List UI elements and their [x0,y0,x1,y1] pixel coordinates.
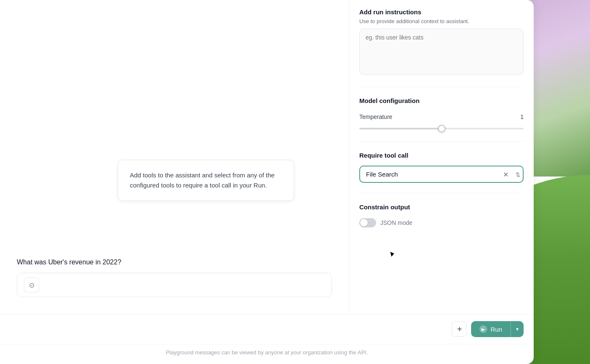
run-play-icon: ▶ [479,325,487,333]
chat-area: Add tools to the assistant and select fr… [0,0,349,314]
add-run-instructions-section: Add run instructions Use to provide addi… [359,8,524,76]
chat-question: What was Uber's revenue in 2022? [17,258,332,266]
run-button-group: ▶ Run ▾ [471,321,524,337]
footer-note: Playground messages can be viewed by any… [0,344,534,364]
main-panel: Add tools to the assistant and select fr… [0,0,534,364]
content-area: Add tools to the assistant and select fr… [0,0,534,314]
tool-hint-card: Add tools to the assistant and select fr… [118,160,294,201]
add-button[interactable]: + [452,322,467,337]
run-button[interactable]: ▶ Run [471,321,511,337]
model-config-title: Model configuration [359,97,524,104]
tool-select-clear-button[interactable]: ✕ [501,169,510,180]
constrain-output-section: Constrain output JSON mode [359,203,524,227]
right-sidebar: Add run instructions Use to provide addi… [349,0,534,314]
divider-2 [359,141,524,142]
toggle-knob [360,219,368,227]
constrain-output-label: Constrain output [359,203,524,211]
divider-3 [359,193,524,193]
add-run-instructions-title: Add run instructions [359,8,524,16]
require-tool-call-section: Require tool call File Search None Code … [359,152,524,183]
run-dropdown-button[interactable]: ▾ [511,321,524,337]
json-mode-row: JSON mode [359,218,524,227]
tool-select-wrapper: File Search None Code Interpreter Functi… [359,166,524,183]
run-dropdown-icon: ▾ [516,326,519,332]
temperature-slider[interactable] [359,128,524,129]
tool-select[interactable]: File Search None Code Interpreter Functi… [359,166,524,183]
attach-icon: ⊙ [29,281,34,289]
json-mode-toggle[interactable] [359,218,376,227]
add-icon: + [457,324,462,334]
chat-bottom: What was Uber's revenue in 2022? ⊙ [17,258,332,306]
require-tool-call-label: Require tool call [359,152,524,159]
run-button-label: Run [490,326,502,333]
run-instructions-textarea[interactable] [359,29,524,75]
temperature-label: Temperature [359,113,392,120]
model-config-section: Model configuration Temperature 1 [359,97,524,131]
temperature-value: 1 [520,113,524,120]
attach-button[interactable]: ⊙ [24,277,39,293]
json-mode-label: JSON mode [380,219,412,226]
tool-hint-text: Add tools to the assistant and select fr… [130,170,282,190]
bottom-action-bar: + ▶ Run ▾ [0,314,534,344]
add-run-instructions-subtitle: Use to provide additional context to ass… [359,18,524,24]
temperature-row: Temperature 1 [359,113,524,120]
divider-1 [359,87,524,87]
chat-input-bar: ⊙ [17,273,332,297]
footer-note-text: Playground messages can be viewed by any… [166,349,368,356]
